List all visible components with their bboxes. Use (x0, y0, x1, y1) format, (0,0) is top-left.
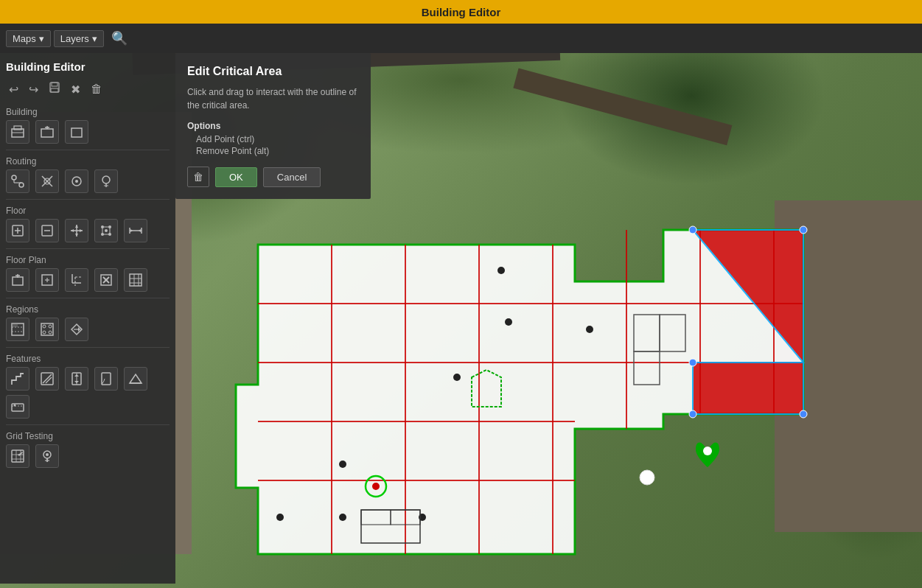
features-misc[interactable] (124, 367, 147, 391)
search-icon: 🔍 (111, 31, 128, 46)
divider-5 (6, 347, 170, 348)
features-elevator[interactable] (65, 367, 88, 391)
floor-tools (6, 219, 170, 242)
edit-dialog-description: Click and drag to interact with the outl… (187, 85, 359, 112)
svg-point-74 (105, 229, 108, 232)
floorplan-tool-add[interactable] (6, 268, 29, 292)
divider-6 (6, 424, 170, 425)
features-tool-extra[interactable] (6, 395, 29, 419)
features-stairs[interactable] (6, 367, 29, 391)
building-tool-1[interactable] (6, 120, 29, 144)
svg-point-47 (12, 175, 16, 180)
svg-rect-84 (13, 277, 23, 285)
floor-tool-scale[interactable] (124, 219, 147, 242)
section-regions-label: Regions (6, 304, 170, 315)
panel-title: Building Editor (6, 60, 170, 73)
floor-tool-add[interactable] (6, 219, 29, 242)
layers-chevron-icon: ▾ (92, 33, 97, 44)
floor-tool-remove[interactable] (35, 219, 59, 242)
redo-button[interactable]: ↪ (26, 81, 41, 98)
floorplan-tool-delete[interactable] (94, 268, 118, 292)
save-button[interactable] (46, 80, 63, 98)
svg-rect-39 (51, 88, 58, 92)
dialog-cancel-button[interactable]: Cancel (263, 167, 321, 187)
floorplan-tool-edit[interactable] (35, 268, 59, 292)
divider-3 (6, 248, 170, 249)
svg-marker-68 (71, 229, 74, 232)
divider-4 (6, 298, 170, 298)
maps-label: Maps (13, 33, 36, 44)
svg-rect-124 (12, 404, 24, 411)
svg-point-109 (43, 331, 46, 334)
building-tool-2[interactable] (35, 120, 59, 144)
features-escalator[interactable] (35, 367, 59, 391)
svg-point-48 (19, 183, 24, 187)
floor-tool-points[interactable] (94, 219, 118, 242)
parking-area (775, 200, 922, 532)
svg-line-116 (46, 377, 52, 383)
features-tools (6, 367, 170, 391)
option-remove-point: Remove Point (alt) (196, 146, 359, 156)
maps-button[interactable]: Maps ▾ (6, 30, 51, 47)
building-tools (6, 120, 170, 144)
grid-tools (6, 444, 170, 468)
svg-point-107 (43, 325, 46, 328)
features-tools-row2 (6, 395, 170, 419)
svg-point-108 (49, 325, 52, 328)
features-door[interactable] (94, 367, 118, 391)
svg-marker-83 (139, 229, 141, 232)
section-floor-label: Floor (6, 206, 170, 216)
options-label: Options (187, 121, 359, 131)
regions-tools (6, 318, 170, 341)
routing-tool-2[interactable] (35, 169, 59, 193)
edit-dialog-title: Edit Critical Area (187, 65, 359, 78)
dialog-delete-button[interactable]: 🗑 (187, 167, 209, 187)
section-building-label: Building (6, 107, 170, 117)
svg-point-110 (49, 331, 52, 334)
floorplan-tools (6, 268, 170, 292)
floor-tool-move[interactable] (65, 219, 88, 242)
grid-tool-2[interactable] (35, 444, 59, 468)
routing-tools (6, 169, 170, 193)
svg-point-56 (102, 176, 110, 183)
svg-marker-67 (75, 234, 78, 237)
routing-tool-3[interactable] (65, 169, 88, 193)
floorplan-tool-crop[interactable] (65, 268, 88, 292)
regions-tool-2[interactable] (35, 318, 59, 341)
section-grid-label: Grid Testing (6, 431, 170, 441)
topbar: Building Editor (0, 0, 922, 24)
building-tool-3[interactable] (65, 120, 88, 144)
svg-point-135 (46, 453, 49, 456)
svg-rect-43 (41, 129, 53, 137)
svg-marker-66 (75, 225, 78, 228)
routing-tool-1[interactable] (6, 169, 29, 193)
svg-marker-82 (130, 229, 133, 232)
dialog-ok-button[interactable]: OK (215, 167, 257, 187)
routing-tool-4[interactable] (94, 169, 118, 193)
layers-label: Layers (60, 33, 89, 44)
svg-marker-119 (74, 374, 79, 377)
cancel-edit-button[interactable]: ✖ (68, 81, 83, 98)
grid-tool-1[interactable] (6, 444, 29, 468)
toolbar: Maps ▾ Layers ▾ 🔍 (0, 24, 922, 53)
undo-button[interactable]: ↩ (6, 81, 21, 98)
svg-rect-46 (71, 128, 82, 137)
edit-dialog: Edit Critical Area Click and drag to int… (175, 53, 371, 199)
panel-actions: ↩ ↪ ✖ 🗑 (6, 80, 170, 98)
floorplan-tool-grid[interactable] (124, 268, 147, 292)
left-panel: Building Editor ↩ ↪ ✖ 🗑 Building Rout (0, 53, 175, 584)
regions-tool-1[interactable] (6, 318, 29, 341)
option-add-point: Add Point (ctrl) (196, 134, 359, 144)
svg-rect-38 (52, 83, 57, 86)
maps-chevron-icon: ▾ (39, 33, 44, 44)
svg-rect-97 (130, 274, 142, 286)
topbar-title: Building Editor (422, 6, 500, 18)
map-area[interactable]: Building Editor ↩ ↪ ✖ 🗑 Building Rout (0, 53, 922, 588)
delete-button[interactable]: 🗑 (88, 81, 105, 97)
search-button[interactable]: 🔍 (107, 29, 132, 48)
regions-tool-3[interactable] (65, 318, 88, 341)
layers-button[interactable]: Layers ▾ (54, 30, 104, 47)
section-routing-label: Routing (6, 156, 170, 167)
divider-2 (6, 199, 170, 200)
svg-marker-69 (80, 229, 83, 232)
